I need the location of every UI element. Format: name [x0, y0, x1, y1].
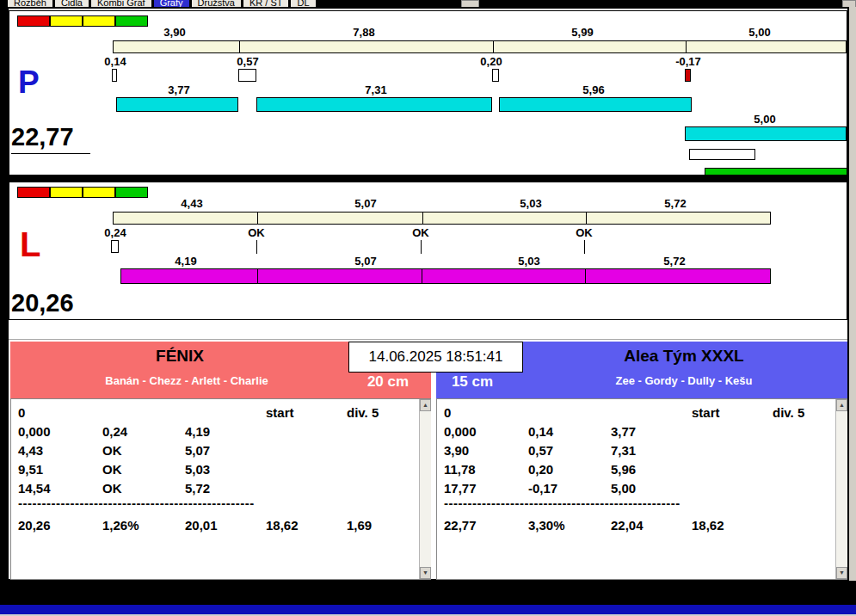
tab-kr-st[interactable]: KR / ST [243, 0, 290, 7]
scale-tick [239, 41, 240, 52]
tab-grafy[interactable]: Grafy [153, 0, 190, 7]
status-light-green [115, 187, 148, 198]
scroll-down-button[interactable]: ▼ [836, 567, 847, 579]
scrollbar[interactable]: ▲ ▼ [419, 399, 431, 579]
taskbar [0, 605, 856, 614]
changeover-tick [256, 240, 257, 254]
lane-panel-l: 4,43 5,07 5,03 5,72 0,24 OK OK OK 4,19 5… [9, 182, 847, 320]
run-time-label: 5,00 [754, 113, 775, 126]
results-table-right: 0 start div. 5 0,000 0,14 3,77 3,90 0,57… [436, 398, 847, 580]
run-bar-divider [585, 269, 586, 283]
table-cell: 14,54 [18, 481, 51, 496]
changeover-tick [421, 240, 422, 254]
run-time-label: 5,96 [582, 83, 604, 96]
start-window-marker [112, 69, 117, 82]
scale-tick [586, 213, 587, 224]
table-cell: 0,57 [528, 443, 553, 458]
panel-divider [9, 176, 847, 182]
app-window: RozběhČidlaKombi GrafGrafyDružstvaKR / S… [0, 0, 856, 616]
timestamp: 14.06.2025 18:51:41 [348, 342, 523, 373]
marker-bar [689, 149, 755, 160]
scroll-down-button[interactable]: ▼ [420, 567, 431, 579]
table-cell: 0,000 [444, 424, 477, 439]
status-light-yellow2 [83, 15, 115, 27]
lane-panel-p: 3,90 7,88 5,99 5,00 0,14 0,57 0,20 -0,17… [9, 10, 847, 176]
tab-dl[interactable]: DL [290, 0, 316, 7]
start-ok-label: OK [248, 226, 265, 239]
dog-run-bar [685, 126, 847, 141]
tab-bar: RozběhČidlaKombi GrafGrafyDružstvaKR / S… [7, 0, 463, 7]
run-time-label: 4,19 [175, 255, 196, 268]
status-light-green [115, 15, 148, 27]
split-time-label: 5,07 [354, 197, 376, 210]
table-cell: 0 [18, 405, 25, 420]
section-divider [9, 339, 847, 340]
bottom-bar [0, 581, 856, 605]
start-time-label: 0,14 [104, 55, 126, 68]
table-cell: 3,77 [611, 424, 636, 439]
status-light-yellow2 [83, 187, 115, 198]
run-time-label: 3,77 [168, 83, 189, 96]
table-cell: 7,31 [611, 443, 636, 458]
scrollbar[interactable]: ▲ ▼ [835, 399, 847, 579]
start-window-marker [238, 69, 256, 82]
team-right-members: Zee - Gordy - Dully - Kešu [616, 374, 753, 387]
status-light-red [17, 15, 50, 27]
table-cell: 0 [444, 405, 451, 420]
split-time-label: 3,90 [163, 26, 185, 39]
tab-kombi-graf[interactable]: Kombi Graf [90, 0, 152, 7]
start-ok-label: OK [576, 226, 593, 239]
run-time-label: 7,31 [365, 83, 386, 96]
table-cell: 3,90 [444, 443, 469, 458]
scroll-up-button[interactable]: ▲ [420, 399, 431, 411]
table-cell: 9,51 [18, 462, 43, 477]
table-cell: 1,26% [102, 518, 139, 533]
start-window-marker [492, 69, 499, 82]
tab-druzstva[interactable]: Družstva [191, 0, 242, 7]
team-left-name: FÉNIX [156, 347, 204, 366]
lane-label-l: L [20, 227, 40, 262]
table-cell: 5,07 [185, 443, 210, 458]
table-cell: 17,77 [444, 481, 477, 496]
table-cell: div. 5 [773, 405, 804, 420]
table-cell: 3,30% [528, 518, 565, 533]
tab-rozbeh[interactable]: Rozběh [7, 0, 53, 7]
table-cell: 5,00 [611, 481, 636, 496]
table-cell: 5,03 [185, 462, 210, 477]
table-separator: ----------------------------------------… [18, 496, 255, 510]
tab-cidla[interactable]: Čidla [54, 0, 89, 7]
split-scale-bar [113, 40, 847, 53]
scroll-up-button[interactable]: ▲ [836, 399, 847, 411]
start-time-label: -0,17 [675, 55, 701, 68]
table-cell: start [692, 405, 720, 420]
table-cell: 20,01 [185, 518, 218, 533]
run-time-label: 5,03 [518, 255, 539, 268]
dog-run-bar [499, 97, 692, 112]
total-underline [11, 153, 90, 154]
run-bar-divider [422, 269, 422, 283]
team-left-members: Banán - Chezz - Arlett - Charlie [105, 374, 268, 387]
scale-tick [493, 41, 494, 52]
start-window-marker [111, 240, 119, 253]
table-cell: OK [102, 481, 122, 496]
lane-total-time-l: 20,26 [11, 289, 74, 317]
scale-tick [686, 41, 687, 52]
start-fault-marker [685, 69, 691, 82]
split-time-label: 5,00 [748, 26, 770, 39]
changeover-tick [584, 240, 585, 254]
lane-label-p: P [18, 66, 40, 98]
table-cell: 20,26 [18, 518, 51, 533]
table-cell: 0,20 [528, 462, 553, 477]
run-bar-divider [257, 269, 258, 283]
table-cell: 4,19 [185, 424, 210, 439]
table-cell: 11,78 [444, 462, 476, 477]
split-time-label: 5,03 [520, 197, 541, 210]
split-time-label: 7,88 [353, 26, 374, 39]
table-cell: 18,62 [266, 518, 299, 533]
team-left-height-badge: 20 cm [367, 373, 409, 391]
run-time-label: 5,07 [354, 255, 376, 268]
team-right-name: Alea Tým XXXL [624, 347, 743, 366]
vertical-scrollbar-track[interactable] [849, 7, 856, 581]
start-time-label: 0,57 [237, 55, 258, 68]
table-cell: 0,000 [18, 424, 51, 439]
